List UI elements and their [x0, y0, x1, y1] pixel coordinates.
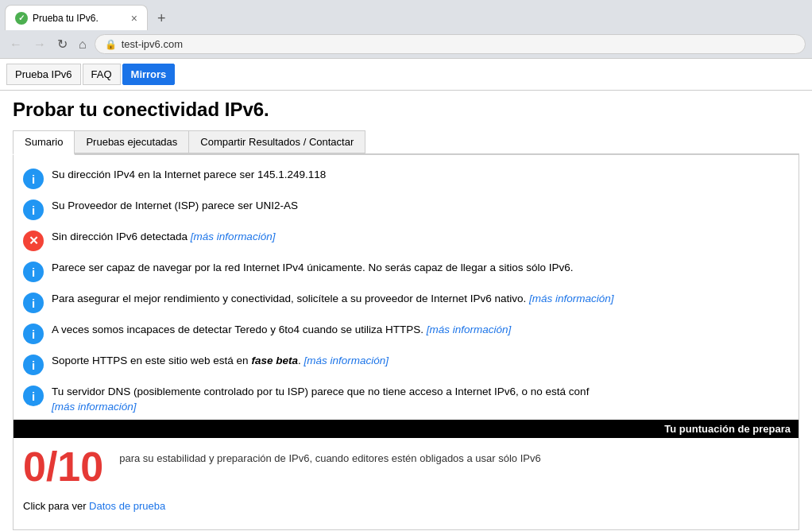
result-item-teredo: i A veces somos incapaces de detectar Te… [14, 318, 798, 349]
result-text-teredo-main: A veces somos incapaces de detectar Tere… [52, 324, 427, 335]
tab-bar: ✓ Prueba tu IPv6. × + [0, 0, 812, 30]
home-button[interactable]: ⌂ [75, 37, 90, 52]
address-bar-row: ← → ↻ ⌂ 🔒 test-ipv6.com [0, 30, 812, 59]
result-text-ipv4: Su dirección IPv4 en la Internet parece … [52, 168, 789, 183]
back-button[interactable]: ← [6, 37, 25, 52]
lock-icon: 🔒 [105, 39, 117, 50]
mas-info-link-2[interactable]: [más información] [529, 293, 614, 304]
info-icon-6: i [23, 355, 44, 375]
result-item-ipv4-only: i Parece ser capaz de navegar por la red… [14, 256, 798, 287]
score-section: 0/10 para su estabilidad y preparación d… [14, 438, 798, 495]
info-icon-7: i [23, 386, 44, 406]
result-item-rendimiento: i Para asegurar el mejor rendimiento y c… [14, 287, 798, 318]
browser-chrome: ✓ Prueba tu IPv6. × + ← → ↻ ⌂ 🔒 test-ipv… [0, 0, 812, 59]
result-item-dns: i Tu servidor DNS (posiblemente controla… [14, 380, 798, 420]
mas-info-link-4[interactable]: [más información] [304, 355, 389, 366]
site-nav-mirrors[interactable]: Mirrors [122, 64, 176, 85]
result-text-teredo: A veces somos incapaces de detectar Tere… [52, 323, 789, 338]
datos-link[interactable]: Datos de prueba [89, 500, 165, 512]
info-icon-4: i [23, 293, 44, 313]
tab-close-button[interactable]: × [131, 13, 137, 24]
address-text: test-ipv6.com [122, 38, 795, 50]
info-icon-3: i [23, 262, 44, 282]
page-title: Probar tu conectividad IPv6. [13, 99, 799, 121]
result-text-no-ipv6: Sin dirección IPv6 detectada [más inform… [52, 230, 789, 245]
info-icon-1: i [23, 169, 44, 189]
info-icon-2: i [23, 200, 44, 220]
site-nav: Prueba IPv6 FAQ Mirrors [0, 59, 812, 91]
tab-pruebas[interactable]: Pruebas ejecutadas [75, 130, 189, 153]
score-bar: Tu puntuación de prepara [14, 420, 798, 438]
score-description: para su estabilidad y preparación de IPv… [119, 446, 540, 464]
datos-prefix: Click para ver [23, 500, 89, 512]
result-item-https: i Soporte HTTPS en este sitio web está e… [14, 349, 798, 380]
mas-info-link-3[interactable]: [más información] [427, 324, 512, 335]
result-text-fase-beta: fase beta [251, 355, 298, 366]
page-content: Prueba IPv6 FAQ Mirrors Probar tu conect… [0, 59, 812, 531]
datos-section: Click para ver Datos de prueba [14, 495, 798, 521]
result-text-https-before: Soporte HTTPS en este sitio web está en [52, 355, 251, 366]
mas-info-link-5[interactable]: [más información] [52, 401, 137, 413]
refresh-button[interactable]: ↻ [54, 37, 71, 52]
result-text-rendimiento: Para asegurar el mejor rendimiento y con… [52, 292, 789, 307]
error-icon: ✕ [23, 231, 44, 251]
tab-title: Prueba tu IPv6. [33, 13, 126, 24]
result-text-dns-main: Tu servidor DNS (posiblemente controlado… [52, 386, 589, 397]
info-icon-5: i [23, 324, 44, 344]
result-text-ipv4-only: Parece ser capaz de navegar por la red I… [52, 261, 789, 276]
result-text-isp: Su Proveedor de Internet (ISP) parece se… [52, 199, 789, 214]
browser-tab[interactable]: ✓ Prueba tu IPv6. × [5, 5, 148, 30]
new-tab-button[interactable]: + [151, 7, 172, 30]
mas-info-link-1[interactable]: [más información] [191, 231, 276, 242]
site-nav-prueba-ipv6[interactable]: Prueba IPv6 [6, 64, 81, 85]
tab-compartir[interactable]: Compartir Resultados / Contactar [189, 130, 365, 153]
address-bar[interactable]: 🔒 test-ipv6.com [95, 34, 806, 54]
site-nav-faq[interactable]: FAQ [83, 64, 121, 85]
result-text-no-ipv6-main: Sin dirección IPv6 detectada [52, 231, 191, 242]
tab-sumario[interactable]: Sumario [13, 130, 75, 155]
result-item-isp: i Su Proveedor de Internet (ISP) parece … [14, 194, 798, 225]
result-text-rendimiento-main: Para asegurar el mejor rendimiento y con… [52, 293, 529, 304]
result-item-no-ipv6: ✕ Sin dirección IPv6 detectada [más info… [14, 225, 798, 256]
content-tabs: Sumario Pruebas ejecutadas Compartir Res… [13, 130, 799, 155]
result-item-ipv4: i Su dirección IPv4 en la Internet parec… [14, 163, 798, 194]
results-area: i Su dirección IPv4 en la Internet parec… [13, 155, 799, 530]
favicon: ✓ [15, 12, 28, 25]
score-number: 0/10 [23, 446, 103, 487]
main-content: Probar tu conectividad IPv6. Sumario Pru… [0, 91, 812, 531]
result-text-https: Soporte HTTPS en este sitio web está en … [52, 354, 789, 369]
result-text-dns: Tu servidor DNS (posiblemente controlado… [52, 385, 789, 415]
forward-button[interactable]: → [30, 37, 49, 52]
score-bar-label: Tu puntuación de prepara [664, 423, 791, 435]
